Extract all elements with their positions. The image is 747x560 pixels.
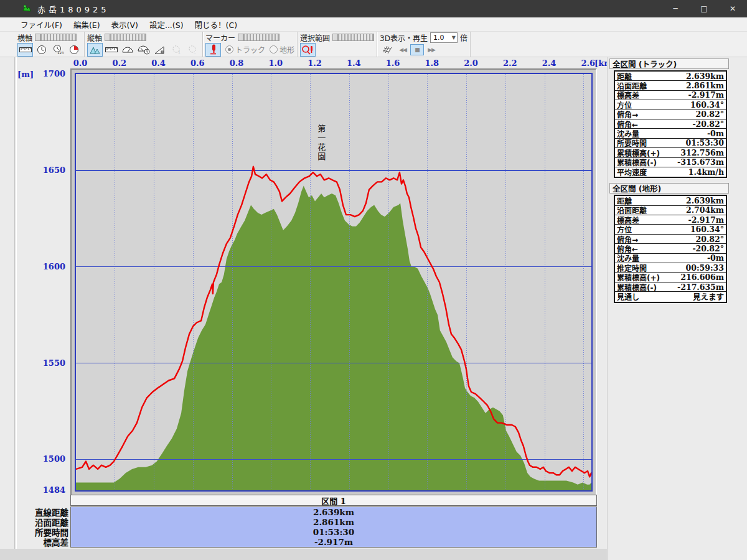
xaxis-time-number-button[interactable]: 123 — [50, 43, 65, 57]
radio-selected-icon — [225, 45, 233, 54]
menu-file[interactable]: ファイル(F) — [15, 17, 68, 31]
stat-row: 沿面距離2.861km — [615, 81, 726, 90]
y-axis-unit: [m] — [17, 70, 34, 79]
waypoint-marker-label: 第一花園 — [316, 124, 325, 162]
playback-speed-select[interactable]: 1.0 ▼ — [430, 32, 458, 43]
playback-speed-unit: 倍 — [460, 32, 467, 43]
speed-gauge-icon — [121, 45, 134, 54]
yaxis-elevation-button[interactable] — [87, 43, 103, 57]
yaxis-cadence1-button[interactable]: 1 — [168, 43, 184, 57]
x-tick-label: 1.8 — [425, 58, 439, 68]
app-window: { "window": { "title": "赤岳180925", "cont… — [0, 0, 747, 560]
marker-radio-track[interactable]: トラック — [225, 44, 265, 55]
marker-radio-terrain-label: 地形 — [280, 44, 294, 55]
yaxis-cadence2-button[interactable]: .. — [184, 43, 200, 57]
toolbar-group-xaxis: 横軸 123 — [15, 32, 85, 57]
stat-value: -20.82° — [692, 119, 724, 129]
stat-row: 平均速度1.4km/h — [615, 167, 726, 177]
menu-view[interactable]: 表示(V) — [106, 17, 144, 31]
selection-group-label: 選択範囲 — [300, 32, 330, 43]
x-tick-label: 1.6 — [386, 58, 400, 68]
selection-slider[interactable] — [332, 34, 374, 41]
stat-row: 累積標高(+)312.756m — [615, 148, 726, 157]
svg-text:..: .. — [194, 50, 196, 54]
x-tick-label: 1.4 — [347, 58, 361, 68]
stat-value: 00:59:33 — [686, 263, 724, 273]
stat-value: -0m — [707, 129, 724, 138]
stat-row: 方位160.34° — [615, 225, 726, 234]
x-tick-label: 0.4 — [151, 58, 166, 68]
marker-pen-button[interactable] — [205, 43, 221, 57]
playback-forward-button[interactable]: ▶▶ — [425, 44, 438, 55]
selection-lasso-icon — [301, 45, 315, 55]
stat-value: 20.82° — [696, 235, 724, 244]
stat-row: 標高差-2.917m — [615, 91, 726, 100]
x-tick-label: 1.0 — [268, 58, 283, 68]
stat-value: 見えます — [693, 291, 724, 302]
stat-value: 2.639km — [686, 196, 724, 205]
stat-value: -2.917m — [688, 90, 724, 100]
svg-text:1: 1 — [178, 50, 181, 54]
segment-row-label: 所要時間 — [12, 528, 68, 538]
stats-section-title: 全区間 (地形) — [609, 183, 729, 194]
y-tick-label: 1700 — [33, 69, 65, 78]
terrain-area — [76, 186, 591, 490]
stat-value: 2.704km — [686, 205, 724, 215]
stat-row: 俯角→20.82° — [615, 110, 726, 119]
y-tick-label: 1550 — [33, 358, 65, 368]
x-tick-label: 1.2 — [308, 58, 322, 68]
close-button[interactable]: ✕ — [718, 0, 747, 17]
stat-value: -20.82° — [692, 244, 724, 253]
xaxis-time-button[interactable] — [34, 43, 49, 57]
selection-range-button[interactable] — [300, 43, 316, 57]
x-tick-label: 0.2 — [112, 58, 126, 68]
segment-row-label: 標高差 — [12, 538, 68, 548]
yaxis-distance-button[interactable] — [103, 43, 119, 57]
stat-row: 累積標高(+)216.606m — [615, 273, 726, 282]
marker-slider[interactable] — [238, 34, 280, 41]
x-tick-label: 2.2 — [503, 58, 517, 68]
menu-settings[interactable]: 設定...(S) — [144, 17, 189, 31]
maximize-button[interactable]: □ — [690, 0, 718, 17]
yaxis-slope-button[interactable] — [152, 43, 167, 57]
playback-speed-value: 1.0 — [433, 34, 444, 42]
yaxis-scale-slider[interactable] — [105, 34, 146, 41]
x-tick-label: 2.0 — [464, 58, 478, 68]
xaxis-scale-slider[interactable] — [35, 34, 77, 41]
marker-radio-terrain[interactable]: 地形 — [270, 44, 294, 55]
toolbar-group-yaxis: 縦軸 — [85, 32, 203, 57]
y-tick-label: 1600 — [33, 262, 65, 271]
stats-panel: 全区間 (トラック)距離2.639km沿面距離2.861km標高差-2.917m… — [607, 57, 747, 560]
xaxis-distance-button[interactable] — [17, 43, 33, 57]
segment-row-label: 直線距離 — [12, 508, 68, 518]
stat-value: 1.4km/h — [688, 167, 724, 177]
svg-text:123: 123 — [57, 51, 63, 55]
stat-row: 所要時間01:53:30 — [615, 139, 726, 148]
yaxis-speed-button[interactable] — [120, 43, 135, 57]
playback-3d-button[interactable] — [380, 43, 395, 57]
y-tick-label: 1500 — [33, 454, 65, 464]
segment-row-labels: 直線距離沿面距離所要時間標高差 — [12, 508, 68, 548]
x-tick-label: 0.0 — [73, 58, 88, 68]
stat-row: 俯角→20.82° — [615, 235, 726, 244]
ruler-icon — [105, 46, 118, 54]
menu-close[interactable]: 閉じる！(C) — [189, 17, 243, 31]
yaxis-pace-button[interactable] — [136, 43, 151, 57]
minimize-button[interactable]: ─ — [661, 0, 690, 17]
stat-row: 沈み量-0m — [615, 254, 726, 263]
x-tick-label: 0.8 — [230, 58, 244, 68]
menu-bar: ファイル(F) 編集(E) 表示(V) 設定...(S) 閉じる！(C) — [0, 17, 747, 32]
cadence-1-icon: 1 — [171, 45, 181, 54]
clock-number-icon: 123 — [52, 44, 63, 55]
chevron-down-icon: ▼ — [452, 35, 456, 40]
segment-value: -2.917m — [71, 537, 596, 547]
menu-edit[interactable]: 編集(E) — [68, 17, 106, 31]
elevation-profile-plot[interactable] — [76, 74, 591, 490]
xaxis-timepie-button[interactable] — [66, 43, 82, 57]
stats-table: 距離2.639km沿面距離2.704km標高差-2.917m方位160.34°俯… — [614, 195, 727, 302]
stat-value: -217.635m — [677, 282, 724, 292]
playback-stop-button[interactable]: ■ — [410, 44, 424, 55]
stat-label: 累積標高(-) — [617, 282, 657, 292]
playback-rewind-button[interactable]: ◀◀ — [396, 44, 410, 55]
clock-icon — [37, 45, 47, 55]
